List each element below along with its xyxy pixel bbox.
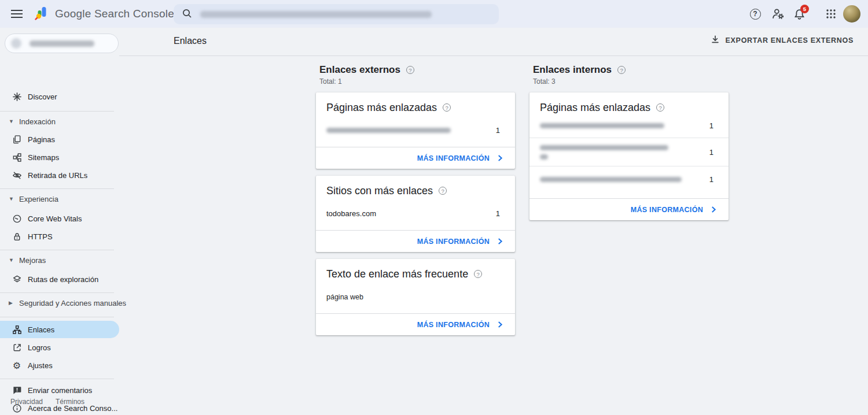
search-console-window: Google Search Console ? — [0, 0, 868, 415]
speedometer-icon — [12, 213, 22, 224]
table-row[interactable]: 1 — [529, 114, 729, 138]
sidebar-item-discover[interactable]: Discover — [0, 88, 119, 105]
feedback-icon — [12, 385, 22, 395]
sidebar-divider — [0, 188, 114, 189]
internal-links-column: Enlaces internos ? Total: 3 Páginas más … — [529, 64, 729, 220]
hamburger-menu-icon[interactable] — [10, 7, 24, 21]
external-links-total: Total: 1 — [316, 77, 515, 86]
help-icon[interactable]: ? — [656, 103, 664, 112]
sidebar-item-retirada-urls[interactable]: Retirada de URLs — [0, 166, 119, 184]
sidebar-section-experiencia[interactable]: ▼ Experiencia — [0, 192, 119, 206]
sidebar-item-core-web-vitals[interactable]: Core Web Vitals — [0, 210, 119, 227]
reports-area: Enlaces externos ? Total: 1 Páginas más … — [119, 56, 868, 415]
user-avatar[interactable] — [843, 5, 860, 23]
search-input[interactable] — [174, 4, 499, 24]
chevron-down-icon: ▼ — [9, 257, 14, 263]
table-row[interactable]: todobares.com 1 — [316, 197, 515, 230]
property-name-blurred — [30, 40, 94, 47]
help-icon[interactable]: ? — [406, 66, 414, 74]
property-selector[interactable] — [5, 34, 119, 53]
notification-count-badge: 5 — [800, 5, 809, 13]
internal-links-total: Total: 3 — [529, 77, 729, 86]
sidebar-item-ajustes[interactable]: ⚙ Ajustes — [0, 357, 119, 374]
sidebar-item-https[interactable]: HTTPS — [0, 228, 119, 245]
url-blurred — [540, 177, 682, 182]
search-query-blurred — [200, 11, 432, 18]
more-info-link[interactable]: MÁS INFORMACIÓN — [316, 147, 515, 169]
help-icon[interactable]: ? — [474, 270, 482, 278]
help-icon[interactable]: ? — [748, 7, 762, 21]
google-apps-grid-icon[interactable] — [824, 7, 838, 21]
lock-icon — [12, 231, 22, 242]
layers-icon — [12, 274, 22, 284]
card-top-linked-pages-internal: Páginas más enlazadas ? 1 1 — [529, 92, 729, 220]
links-nodes-icon — [12, 324, 22, 335]
sidebar: Discover ▼ Indexación Páginas Sitemaps R… — [0, 28, 119, 415]
more-info-link[interactable]: MÁS INFORMACIÓN — [529, 198, 729, 220]
help-icon[interactable]: ? — [439, 187, 447, 195]
pages-icon — [12, 134, 22, 144]
external-links-column: Enlaces externos ? Total: 1 Páginas más … — [316, 64, 515, 335]
more-info-link[interactable]: MÁS INFORMACIÓN — [316, 313, 515, 335]
card-title: Sitios con más enlaces — [326, 185, 433, 197]
table-row[interactable]: 1 — [529, 138, 729, 166]
table-row[interactable]: 1 — [529, 166, 729, 192]
anchor-text: página web — [326, 293, 363, 301]
sidebar-item-sitemaps[interactable]: Sitemaps — [0, 149, 119, 166]
card-title: Texto de enlace más frecuente — [326, 268, 468, 280]
chevron-right-icon — [497, 238, 503, 244]
page-header: Enlaces EXPORTAR ENLACES EXTERNOS — [119, 28, 868, 56]
sidebar-section-indexacion[interactable]: ▼ Indexación — [0, 114, 119, 128]
help-icon[interactable]: ? — [443, 103, 451, 112]
chevron-down-icon: ▼ — [9, 196, 14, 202]
gear-icon: ⚙ — [12, 360, 22, 370]
page-title: Enlaces — [174, 36, 207, 46]
sidebar-section-mejoras[interactable]: ▼ Mejoras — [0, 253, 119, 267]
chevron-right-icon — [497, 155, 503, 161]
url-blurred — [540, 145, 668, 150]
top-app-bar: Google Search Console ? — [0, 0, 868, 28]
sidebar-divider — [0, 317, 114, 317]
eye-off-icon — [12, 170, 22, 180]
terms-link[interactable]: Términos — [56, 398, 84, 406]
app-logo[interactable]: Google Search Console — [34, 5, 174, 23]
sidebar-section-seguridad[interactable]: ▶ Seguridad y Acciones manuales — [0, 296, 119, 310]
more-info-link[interactable]: MÁS INFORMACIÓN — [316, 230, 515, 252]
table-row[interactable]: página web — [316, 280, 515, 313]
sidebar-footer: Privacidad Términos — [10, 398, 84, 406]
help-icon[interactable]: ? — [617, 66, 626, 74]
chevron-right-icon — [711, 206, 717, 213]
app-title: Google Search Console — [55, 8, 174, 20]
topbar-actions: ? 5 — [748, 0, 860, 28]
link-count: 1 — [709, 148, 713, 157]
download-icon — [711, 35, 720, 46]
chevron-down-icon: ▼ — [9, 118, 14, 124]
sidebar-item-label: Discover — [28, 92, 57, 101]
export-external-links-button[interactable]: EXPORTAR ENLACES EXTERNOS — [711, 35, 854, 46]
open-in-new-icon — [12, 342, 22, 353]
url-blurred — [540, 123, 664, 128]
link-count: 1 — [709, 175, 713, 184]
privacy-link[interactable]: Privacidad — [10, 398, 43, 406]
main-content: Enlaces EXPORTAR ENLACES EXTERNOS Enlace… — [119, 28, 868, 415]
sidebar-item-enviar-comentarios[interactable]: Enviar comentarios — [0, 381, 119, 399]
search-icon — [182, 8, 192, 21]
sidebar-divider — [0, 111, 114, 112]
site-name: todobares.com — [326, 209, 376, 218]
sidebar-item-rutas-exploracion[interactable]: Rutas de exploración — [0, 271, 119, 288]
external-links-heading: Enlaces externos — [319, 64, 400, 76]
table-row[interactable]: 1 — [316, 114, 515, 147]
sidebar-item-logros[interactable]: Logros — [0, 339, 119, 356]
notifications-bell-icon[interactable]: 5 — [792, 7, 806, 21]
sidebar-divider — [0, 379, 114, 379]
user-settings-icon[interactable] — [771, 7, 785, 21]
sidebar-divider — [0, 250, 114, 250]
chevron-right-icon: ▶ — [9, 300, 13, 306]
card-title: Páginas más enlazadas — [326, 102, 437, 114]
search-console-logo-icon — [34, 5, 49, 23]
card-title: Páginas más enlazadas — [540, 102, 650, 114]
sidebar-item-paginas[interactable]: Páginas — [0, 131, 119, 148]
link-count: 1 — [496, 209, 500, 218]
sidebar-item-enlaces[interactable]: Enlaces — [0, 321, 119, 338]
sidebar-divider — [0, 292, 114, 293]
